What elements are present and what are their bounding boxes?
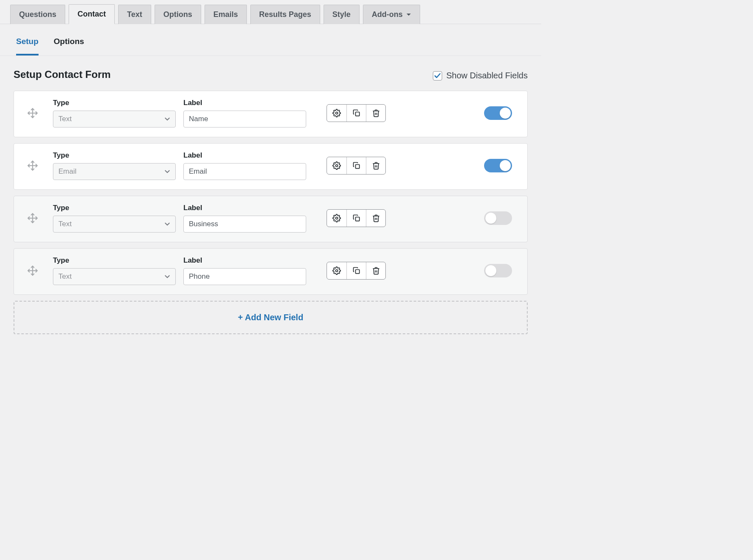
duplicate-button[interactable] bbox=[346, 262, 366, 279]
copy-icon bbox=[352, 161, 361, 170]
toggle-column bbox=[470, 264, 512, 277]
trash-icon bbox=[372, 109, 380, 117]
drag-handle-icon[interactable] bbox=[20, 213, 45, 224]
enable-toggle[interactable] bbox=[484, 159, 512, 172]
delete-button[interactable] bbox=[366, 210, 385, 227]
type-select[interactable]: Text bbox=[53, 216, 176, 233]
trash-icon bbox=[372, 161, 380, 170]
show-disabled-checkbox[interactable] bbox=[433, 71, 442, 80]
svg-rect-3 bbox=[355, 112, 359, 116]
svg-rect-7 bbox=[355, 165, 359, 169]
contact-form-settings: Questions Contact Text Options Emails Re… bbox=[0, 0, 541, 351]
tab-text[interactable]: Text bbox=[118, 5, 151, 24]
subtab-options[interactable]: Options bbox=[54, 37, 84, 55]
enable-toggle[interactable] bbox=[484, 106, 512, 120]
action-group bbox=[327, 262, 386, 280]
svg-rect-11 bbox=[355, 217, 359, 221]
label-input[interactable] bbox=[183, 216, 306, 233]
gear-icon bbox=[332, 214, 341, 222]
copy-icon bbox=[352, 266, 361, 275]
duplicate-button[interactable] bbox=[346, 210, 366, 227]
duplicate-button[interactable] bbox=[346, 157, 366, 174]
svg-point-2 bbox=[336, 112, 338, 114]
delete-button[interactable] bbox=[366, 157, 385, 174]
page-title: Setup Contact Form bbox=[14, 69, 111, 80]
chevron-down-icon bbox=[164, 116, 170, 122]
enable-toggle[interactable] bbox=[484, 264, 512, 277]
toggle-column bbox=[470, 211, 512, 225]
row-actions bbox=[314, 157, 462, 175]
type-select-value: Email bbox=[58, 167, 77, 176]
label-label: Label bbox=[183, 99, 306, 107]
copy-icon bbox=[352, 214, 361, 222]
label-label: Label bbox=[183, 151, 306, 160]
type-label: Type bbox=[53, 99, 176, 107]
chevron-down-icon bbox=[164, 221, 170, 227]
drag-handle-icon[interactable] bbox=[20, 160, 45, 171]
toggle-column bbox=[470, 106, 512, 120]
action-group bbox=[327, 104, 386, 122]
settings-button[interactable] bbox=[327, 157, 346, 174]
settings-button[interactable] bbox=[327, 105, 346, 122]
type-select[interactable]: Email bbox=[53, 163, 176, 180]
chevron-down-icon bbox=[406, 12, 411, 17]
toggle-knob bbox=[500, 160, 511, 171]
svg-point-6 bbox=[336, 165, 338, 167]
trash-icon bbox=[372, 266, 380, 275]
drag-handle-icon[interactable] bbox=[20, 108, 45, 119]
toggle-column bbox=[470, 159, 512, 172]
field-row: TypeEmailLabel bbox=[14, 143, 528, 190]
field-row: TypeTextLabel bbox=[14, 196, 528, 242]
label-column: Label bbox=[183, 151, 306, 180]
type-column: TypeText bbox=[53, 99, 176, 128]
type-select-value: Text bbox=[58, 272, 72, 281]
row-actions bbox=[314, 262, 462, 280]
label-input[interactable] bbox=[183, 111, 306, 128]
gear-icon bbox=[332, 266, 341, 275]
label-column: Label bbox=[183, 204, 306, 233]
type-select[interactable]: Text bbox=[53, 268, 176, 285]
row-actions bbox=[314, 209, 462, 227]
tab-emails[interactable]: Emails bbox=[205, 5, 247, 24]
label-input[interactable] bbox=[183, 163, 306, 180]
duplicate-button[interactable] bbox=[346, 105, 366, 122]
row-actions bbox=[314, 104, 462, 122]
subtab-setup[interactable]: Setup bbox=[16, 37, 39, 55]
add-new-field-button[interactable]: + Add New Field bbox=[14, 301, 528, 334]
toggle-knob bbox=[485, 213, 496, 224]
show-disabled-fields[interactable]: Show Disabled Fields bbox=[433, 71, 528, 80]
label-column: Label bbox=[183, 99, 306, 128]
tab-options[interactable]: Options bbox=[155, 5, 201, 24]
type-column: TypeEmail bbox=[53, 151, 176, 180]
top-tabs: Questions Contact Text Options Emails Re… bbox=[0, 0, 541, 24]
field-row: TypeTextLabel bbox=[14, 91, 528, 137]
type-select-value: Text bbox=[58, 220, 72, 228]
type-column: TypeText bbox=[53, 204, 176, 233]
type-column: TypeText bbox=[53, 256, 176, 285]
toggle-knob bbox=[500, 108, 511, 119]
tab-addons[interactable]: Add-ons bbox=[363, 5, 420, 24]
delete-button[interactable] bbox=[366, 262, 385, 279]
gear-icon bbox=[332, 161, 341, 170]
enable-toggle[interactable] bbox=[484, 211, 512, 225]
content-area: Setup Contact Form Show Disabled Fields … bbox=[0, 56, 541, 351]
settings-button[interactable] bbox=[327, 210, 346, 227]
label-input[interactable] bbox=[183, 268, 306, 285]
copy-icon bbox=[352, 109, 361, 117]
label-label: Label bbox=[183, 256, 306, 265]
action-group bbox=[327, 209, 386, 227]
toggle-knob bbox=[485, 265, 496, 276]
tab-results-pages[interactable]: Results Pages bbox=[250, 5, 320, 24]
type-label: Type bbox=[53, 151, 176, 160]
svg-rect-15 bbox=[355, 270, 359, 274]
drag-handle-icon[interactable] bbox=[20, 265, 45, 276]
field-row: TypeTextLabel bbox=[14, 248, 528, 295]
settings-button[interactable] bbox=[327, 262, 346, 279]
type-select[interactable]: Text bbox=[53, 111, 176, 128]
tab-questions[interactable]: Questions bbox=[10, 5, 65, 24]
tab-style[interactable]: Style bbox=[324, 5, 360, 24]
delete-button[interactable] bbox=[366, 105, 385, 122]
action-group bbox=[327, 157, 386, 175]
tab-contact[interactable]: Contact bbox=[69, 4, 115, 24]
chevron-down-icon bbox=[164, 274, 170, 280]
